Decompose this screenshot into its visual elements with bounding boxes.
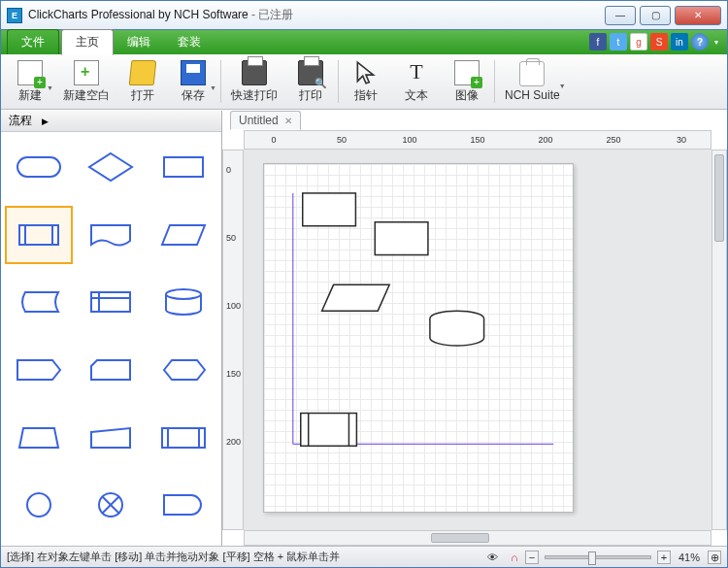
zoom-out-button[interactable]: − xyxy=(525,551,539,564)
work-area: 流程▶ Untitled ✕ xyxy=(1,111,727,546)
separator xyxy=(220,60,221,103)
sidebar-category-header[interactable]: 流程▶ xyxy=(1,111,221,132)
zoom-fit-button[interactable]: ⊕ xyxy=(708,551,721,564)
svg-marker-15 xyxy=(91,428,130,448)
shape-document[interactable] xyxy=(77,206,145,264)
horizontal-ruler: 0 50 100 150 200 250 30 xyxy=(244,130,711,150)
new-blank-button[interactable]: 新建空白 xyxy=(55,57,117,107)
svg-marker-1 xyxy=(89,153,132,181)
document-tab-label: Untitled xyxy=(239,114,279,127)
shape-manual-input[interactable] xyxy=(5,409,73,467)
shape-sum-junction[interactable] xyxy=(77,476,145,534)
document-tab[interactable]: Untitled ✕ xyxy=(230,111,301,130)
pointer-icon xyxy=(353,60,379,85)
shape-manual-op[interactable] xyxy=(5,341,73,399)
shape-internal-storage[interactable] xyxy=(77,273,145,331)
shape-subroutine[interactable] xyxy=(149,409,217,467)
save-icon xyxy=(181,60,206,85)
toolbar: 新建▼ 新建空白 打开 保存▼ 快速打印 打印 指针 T文本 图像 NCH Su… xyxy=(1,54,727,110)
facebook-icon[interactable]: f xyxy=(589,33,607,50)
svg-marker-14 xyxy=(19,428,58,448)
shape-terminator[interactable] xyxy=(5,138,73,196)
new-blank-icon xyxy=(74,60,99,85)
shape-card[interactable] xyxy=(77,341,145,399)
print-button[interactable]: 打印 xyxy=(285,57,336,107)
svg-marker-12 xyxy=(91,360,130,380)
scrollbar-thumb[interactable] xyxy=(431,533,489,543)
open-button[interactable]: 打开 xyxy=(117,57,168,107)
quick-print-button[interactable]: 快速打印 xyxy=(223,57,285,107)
svg-rect-25 xyxy=(375,222,428,255)
shape-database[interactable] xyxy=(149,273,217,331)
maximize-button[interactable]: ▢ xyxy=(640,6,671,25)
stumbleupon-icon[interactable]: S xyxy=(650,33,668,50)
print-preview-icon xyxy=(298,60,323,85)
zoom-value: 41% xyxy=(678,551,700,563)
svg-marker-6 xyxy=(162,225,205,245)
help-dropdown-icon[interactable]: ▾ xyxy=(711,33,721,50)
menu-file[interactable]: 文件 xyxy=(7,29,59,54)
image-icon xyxy=(454,60,480,85)
linkedin-icon[interactable]: in xyxy=(671,33,688,50)
shape-palette xyxy=(1,132,221,546)
svg-point-10 xyxy=(166,289,201,299)
svg-marker-13 xyxy=(164,360,205,380)
shape-predefined-process[interactable] xyxy=(5,206,73,264)
shape-delay[interactable] xyxy=(149,476,217,534)
minimize-button[interactable]: — xyxy=(605,6,636,25)
shape-data[interactable] xyxy=(149,206,217,264)
svg-marker-11 xyxy=(17,360,60,380)
canvas-zone: Untitled ✕ 0 50 100 150 200 250 30 0 50 … xyxy=(222,111,727,546)
svg-rect-7 xyxy=(91,292,130,312)
app-title: ClickCharts Professional by NCH Software… xyxy=(28,7,293,23)
help-icon[interactable]: ? xyxy=(691,33,709,50)
save-button[interactable]: 保存▼ xyxy=(168,57,218,107)
scrollbar-thumb[interactable] xyxy=(714,154,724,242)
nch-suite-button[interactable]: NCH Suite▼ xyxy=(497,58,568,105)
canvas-viewport[interactable] xyxy=(244,150,711,530)
menu-home[interactable]: 主页 xyxy=(61,29,114,55)
drawing-page[interactable] xyxy=(263,163,574,513)
title-bar: E ClickCharts Professional by NCH Softwa… xyxy=(1,1,727,30)
menu-suite[interactable]: 套装 xyxy=(164,30,215,54)
vertical-ruler: 0 50 100 150 200 xyxy=(222,150,244,530)
print-icon xyxy=(242,60,267,85)
shape-decision[interactable] xyxy=(77,138,145,196)
zoom-thumb[interactable] xyxy=(588,551,596,565)
suite-icon xyxy=(519,61,545,86)
svg-rect-2 xyxy=(164,157,203,177)
zoom-in-button[interactable]: + xyxy=(657,551,671,564)
chevron-down-icon[interactable]: ▼ xyxy=(47,84,53,91)
text-icon: T xyxy=(404,60,429,85)
zoom-slider[interactable] xyxy=(545,555,651,559)
separator xyxy=(494,60,495,103)
magnet-icon[interactable]: ∩ xyxy=(507,551,522,564)
shape-connector[interactable] xyxy=(5,476,73,534)
open-folder-icon xyxy=(129,60,157,85)
status-bar: [选择] 在对象左键单击 [移动] 单击并拖动对象 [平移] 空格 + 鼠标单击… xyxy=(1,546,727,567)
shape-stored-data[interactable] xyxy=(5,273,73,331)
triangle-right-icon: ▶ xyxy=(42,117,49,126)
google-plus-icon[interactable]: g xyxy=(630,33,647,50)
new-button[interactable]: 新建▼ xyxy=(5,57,55,107)
twitter-icon[interactable]: t xyxy=(610,33,627,50)
text-button[interactable]: T文本 xyxy=(391,57,442,107)
close-tab-icon[interactable]: ✕ xyxy=(284,116,292,126)
menu-bar: 文件 主页 编辑 套装 f t g S in ? ▾ xyxy=(1,30,727,54)
svg-rect-0 xyxy=(17,157,60,177)
chevron-down-icon[interactable]: ▼ xyxy=(210,84,216,91)
svg-rect-24 xyxy=(303,193,356,226)
svg-rect-17 xyxy=(168,428,199,448)
shapes-sidebar: 流程▶ xyxy=(1,111,222,546)
chevron-down-icon[interactable]: ▼ xyxy=(559,83,566,89)
shape-display[interactable] xyxy=(149,341,217,399)
pointer-button[interactable]: 指针 xyxy=(341,57,391,107)
image-button[interactable]: 图像 xyxy=(442,57,492,107)
horizontal-scrollbar[interactable] xyxy=(244,530,711,546)
shape-offpage[interactable] xyxy=(77,409,145,467)
shape-process[interactable] xyxy=(149,138,217,196)
vertical-scrollbar[interactable] xyxy=(711,150,727,530)
close-button[interactable]: ✕ xyxy=(675,6,721,25)
menu-edit[interactable]: 编辑 xyxy=(114,30,164,54)
eye-icon[interactable]: 👁 xyxy=(485,551,501,564)
